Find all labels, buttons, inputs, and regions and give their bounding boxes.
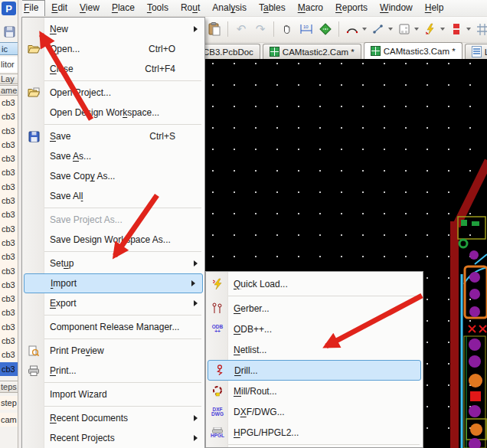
- menu-tools[interactable]: Tools: [141, 0, 175, 16]
- layer-row[interactable]: cb3: [0, 194, 18, 208]
- tab-log[interactable]: Log_201: [465, 44, 487, 59]
- dropdown-caret-icon[interactable]: [466, 28, 471, 31]
- application-window: File Edit View Place Tools Rout Analysis…: [0, 0, 487, 448]
- node-tool-icon[interactable]: [371, 21, 386, 37]
- dxf-dwg-icon: DXFDWG: [209, 405, 226, 419]
- undo-icon[interactable]: ↶: [234, 21, 249, 37]
- menu-item-close[interactable]: CloseCtrl+F4: [22, 59, 204, 79]
- menu-item-open-design-workspace[interactable]: Open Design Workspace...: [22, 103, 204, 123]
- layer-row[interactable]: cb3: [0, 292, 18, 306]
- tab-label: CAMtastic2.Cam *: [283, 47, 355, 57]
- menu-item-hpgl[interactable]: HPGL HPGL/HPGL2...: [206, 422, 423, 443]
- layer-row[interactable]: cb3: [0, 278, 18, 292]
- menu-edit[interactable]: Edit: [45, 0, 74, 16]
- menu-item-drill[interactable]: Drill...: [208, 360, 421, 381]
- layer-row[interactable]: cb3: [0, 138, 18, 152]
- layer-row[interactable]: cb3: [0, 348, 18, 361]
- menu-item-recent-projects[interactable]: Recent Projects: [22, 428, 204, 448]
- menu-item-import-wizard[interactable]: Import Wizard: [22, 384, 204, 404]
- measure-icon[interactable]: 10: [299, 21, 314, 37]
- menu-macro[interactable]: Macro: [292, 0, 329, 16]
- redo-icon[interactable]: ↷: [253, 21, 268, 37]
- layer-row[interactable]: cb3: [0, 124, 18, 138]
- layer-row-selected[interactable]: cb3: [0, 362, 18, 376]
- tab-cb3-pcbdoc[interactable]: CB3.PcbDoc: [196, 44, 260, 59]
- panel-tab-camtastic[interactable]: ic: [0, 42, 18, 55]
- menu-item-odb[interactable]: ODB++ ODB++...: [206, 319, 423, 339]
- open-project-icon: [25, 86, 42, 100]
- query-lightning-icon[interactable]: [423, 21, 438, 37]
- menu-reports[interactable]: Reports: [329, 0, 374, 16]
- menu-bar: File Edit View Place Tools Rout Analysis…: [0, 0, 487, 17]
- menu-help[interactable]: Help: [419, 0, 450, 16]
- menu-place[interactable]: Place: [106, 0, 141, 16]
- layer-row[interactable]: cb3: [0, 250, 18, 263]
- tab-camtastic2[interactable]: CAMtastic2.Cam *: [263, 44, 361, 59]
- layer-row[interactable]: cb3: [0, 165, 18, 179]
- menu-separator: [223, 444, 420, 445]
- paste-icon[interactable]: [207, 21, 222, 37]
- menu-item-print-preview[interactable]: Print Preview: [22, 341, 204, 361]
- menu-window[interactable]: Window: [374, 0, 419, 16]
- menu-item-open[interactable]: Open...Ctrl+O: [22, 39, 204, 59]
- menu-analysis[interactable]: Analysis: [206, 0, 253, 16]
- menu-item-save-design-workspace-as[interactable]: Save Design Workspace As...: [22, 230, 204, 250]
- layer-row[interactable]: cb3: [0, 110, 18, 123]
- layer-row[interactable]: cb3: [0, 334, 18, 348]
- dropdown-caret-icon[interactable]: [362, 28, 367, 31]
- steps-header-fragment[interactable]: teps: [0, 381, 18, 393]
- layer-row[interactable]: cb3: [0, 222, 18, 236]
- menu-item-save-as[interactable]: Save As...: [22, 146, 204, 166]
- step-row[interactable]: cam: [0, 413, 18, 427]
- dropdown-caret-icon[interactable]: [414, 28, 419, 31]
- menu-item-import[interactable]: Import: [24, 273, 203, 293]
- dropdown-caret-icon[interactable]: [388, 28, 393, 31]
- menu-item-gerber[interactable]: Gerber...: [206, 298, 423, 319]
- menu-item-mill-rout[interactable]: Mill/Rout...: [206, 381, 423, 401]
- save-toolbar-icon[interactable]: [4, 26, 15, 39]
- layers-header-fragment[interactable]: Lay: [0, 74, 18, 84]
- menu-item-setup[interactable]: Setup: [22, 253, 204, 273]
- menu-tables[interactable]: Tables: [253, 0, 292, 16]
- pan-hand-icon[interactable]: [279, 21, 295, 37]
- menu-item-save-copy-as[interactable]: Save Copy As...: [22, 166, 204, 186]
- text-doc-icon: [472, 46, 482, 57]
- menu-view[interactable]: View: [74, 0, 106, 16]
- layer-row[interactable]: cb3: [0, 180, 18, 194]
- file-menu: New Open...Ctrl+O CloseCtrl+F4 Open Proj…: [21, 17, 205, 448]
- layer-row[interactable]: cb3: [0, 264, 18, 278]
- step-row[interactable]: step: [0, 396, 18, 410]
- menu-item-print[interactable]: Print...: [22, 361, 204, 381]
- toolbar-separator: [338, 21, 339, 37]
- dropdown-caret-icon[interactable]: [440, 28, 445, 31]
- layer-row[interactable]: cb3: [0, 152, 18, 165]
- drill-icon: [211, 364, 228, 378]
- menu-item-netlist[interactable]: Netlist...: [206, 339, 423, 360]
- menu-item-save[interactable]: SaveCtrl+S: [22, 126, 204, 146]
- menu-item-dxf-dwg[interactable]: DXFDWG DXF/DWG...: [206, 401, 423, 422]
- pads-tool-icon[interactable]: [449, 21, 464, 37]
- layer-row[interactable]: cb3: [0, 208, 18, 221]
- menu-item-recent-documents[interactable]: Recent Documents: [22, 408, 204, 428]
- menu-rout[interactable]: Rout: [175, 0, 206, 16]
- grid-icon[interactable]: [475, 21, 487, 37]
- import-submenu: Quick Load... Gerber... ODB++ ODB++... N…: [205, 271, 423, 448]
- menu-item-quick-load[interactable]: Quick Load...: [206, 273, 423, 294]
- menu-item-open-project[interactable]: Open Project...: [22, 83, 204, 103]
- svg-text:10: 10: [303, 25, 309, 29]
- layer-row[interactable]: cb3: [0, 320, 18, 334]
- layer-row[interactable]: cb3: [0, 306, 18, 319]
- layer-row[interactable]: cb3: [0, 236, 18, 250]
- board-icon[interactable]: [318, 21, 333, 37]
- rectangle-tool-icon[interactable]: [397, 21, 412, 37]
- tab-label: CAMtastic3.Cam *: [384, 47, 456, 56]
- menu-item-save-all[interactable]: Save All: [22, 186, 204, 206]
- name-column-header-fragment[interactable]: ame: [0, 85, 18, 96]
- arc-tool-icon[interactable]: [345, 21, 360, 37]
- layer-row[interactable]: cb3: [0, 96, 18, 110]
- menu-item-export[interactable]: Export: [22, 293, 204, 313]
- menu-separator: [39, 208, 201, 208]
- menu-item-component-release-manager[interactable]: Component Release Manager...: [22, 317, 204, 337]
- menu-item-new[interactable]: New: [22, 19, 204, 39]
- tab-camtastic3[interactable]: CAMtastic3.Cam *: [364, 42, 462, 59]
